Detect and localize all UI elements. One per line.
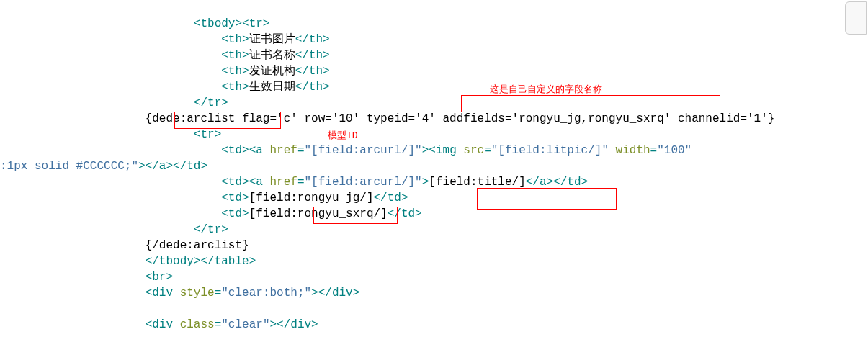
- text: [field:title/]: [429, 176, 525, 189]
- tag: </td>: [553, 176, 588, 189]
- tag: </th>: [295, 33, 330, 46]
- tag: </div>: [318, 287, 360, 300]
- text: 生效日期: [249, 81, 295, 94]
- string: "[field:arcurl/]": [304, 176, 421, 189]
- attr: href: [263, 176, 297, 189]
- tag: </th>: [295, 65, 330, 78]
- tag: </table>: [200, 255, 256, 268]
- tag: <a: [249, 176, 263, 189]
- tag: <td>: [221, 144, 249, 157]
- attr: src: [457, 144, 484, 157]
- tag: </td>: [373, 192, 408, 204]
- attr: href: [263, 144, 297, 157]
- template-directive: {dede:arclist flag='c' row='10' typeid='…: [146, 112, 775, 125]
- tag: <td>: [221, 207, 249, 220]
- tag: <th>: [221, 65, 249, 78]
- tag: </div>: [277, 318, 318, 331]
- tag: <td>: [221, 192, 249, 204]
- tag: <th>: [221, 81, 249, 94]
- tag: =: [484, 144, 491, 157]
- tag: </a>: [526, 176, 553, 189]
- page-curl-icon: [845, 1, 867, 35]
- tag: <div: [146, 287, 173, 300]
- tag: <th>: [221, 33, 249, 46]
- tag: </td>: [173, 160, 207, 173]
- tag: <tr>: [194, 128, 221, 141]
- attr: class: [173, 318, 215, 331]
- tag: =: [215, 318, 222, 331]
- text: 证书名称: [249, 49, 295, 62]
- attr: width: [609, 144, 650, 157]
- tag: </td>: [388, 207, 422, 220]
- tag: </th>: [295, 81, 330, 94]
- tag: <br>: [146, 271, 173, 284]
- tag: <tr>: [242, 17, 269, 30]
- tag: </tbody>: [146, 255, 201, 268]
- tag: <img: [429, 144, 456, 157]
- tag: =: [650, 144, 658, 157]
- tag: <div: [146, 318, 173, 331]
- string: "clear": [221, 318, 269, 331]
- string: :1px solid #CCCCCC;": [0, 160, 138, 173]
- tag: >: [311, 287, 318, 300]
- attr: style: [173, 287, 215, 300]
- template-directive: {/dede:arclist}: [146, 239, 249, 252]
- tag: <a: [249, 144, 263, 157]
- string: "100": [657, 144, 692, 157]
- tag: </tr>: [194, 96, 228, 109]
- code-block: <tbody><tr> <th>证书图片</th> <th>证书名称</th> …: [0, 0, 774, 333]
- tag: <td>: [221, 176, 249, 189]
- tag: </tr>: [194, 223, 228, 236]
- tag: >: [138, 160, 146, 173]
- tag: =: [215, 287, 222, 300]
- tag: <tbody>: [194, 17, 242, 30]
- tag: </a>: [146, 160, 173, 173]
- tag: >: [269, 318, 277, 331]
- text: [field:rongyu_sxrq/]: [249, 207, 388, 220]
- tag: >: [422, 176, 429, 189]
- string: "[field:arcurl/]": [304, 144, 421, 157]
- tag: </th>: [295, 49, 330, 62]
- text: [field:rongyu_jg/]: [249, 192, 374, 204]
- string: "clear:both;": [221, 287, 311, 300]
- text: 证书图片: [249, 33, 295, 46]
- string: "[field:litpic/]": [491, 144, 609, 157]
- tag: <th>: [221, 49, 249, 62]
- text: 发证机构: [249, 65, 295, 78]
- tag: >: [422, 144, 429, 157]
